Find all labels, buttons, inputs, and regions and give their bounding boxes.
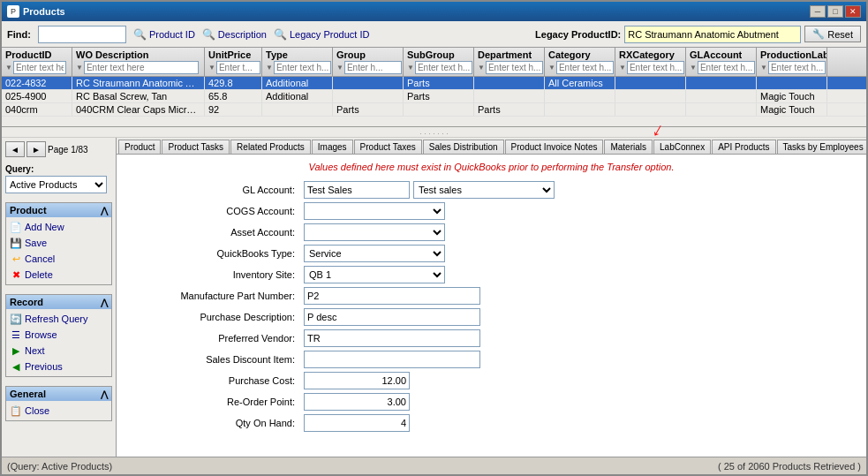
sidebar-item-refresh-query[interactable]: 🔄 Refresh Query	[10, 311, 108, 327]
sidebar-item-next[interactable]: ▶ Next	[10, 343, 108, 359]
filter-icon-glacc: ▼	[690, 64, 697, 72]
inventory-site-select[interactable]: QB 1 QB 2	[304, 266, 445, 283]
cell-wo: 040CRM Clear Caps Micro Size	[72, 103, 205, 116]
tab-product-tasks[interactable]: Product Tasks	[162, 140, 230, 154]
quickbooks-type-select[interactable]: Service Non-inventory Part Other Charge	[304, 245, 445, 262]
filter-cat[interactable]	[556, 61, 614, 74]
tab-product-invoice-notes[interactable]: Product Invoice Notes	[505, 140, 604, 154]
purchase-cost-input[interactable]	[304, 372, 410, 389]
query-label: Query:	[5, 164, 112, 174]
filter-dept[interactable]	[486, 61, 543, 74]
sidebar-item-browse[interactable]: ☰ Browse	[10, 327, 108, 343]
reorder-point-row	[304, 393, 859, 411]
title-controls: ─ □ ✕	[810, 5, 861, 18]
filter-prodlab[interactable]	[768, 61, 826, 74]
cell-unit: 65.8	[205, 90, 262, 102]
filter-icon-prodlab: ▼	[760, 64, 767, 72]
cogs-account-row	[304, 202, 859, 220]
refresh-icon: 🔄	[10, 313, 22, 325]
cell-productid: 025-4900	[2, 90, 72, 102]
close-button[interactable]: ✕	[845, 5, 861, 18]
tab-images[interactable]: Images	[312, 140, 353, 154]
quickbooks-type-row: Service Non-inventory Part Other Charge	[304, 245, 859, 262]
sidebar-group-product-header[interactable]: Product ⋀	[6, 203, 111, 217]
filter-rxcat[interactable]	[627, 61, 684, 74]
sidebar-group-general-header[interactable]: General ⋀	[6, 387, 111, 401]
toolbar: Find: 🔍 Product ID 🔍 Description 🔍 Legac…	[2, 21, 866, 48]
filter-icon-unit: ▼	[208, 64, 215, 72]
filter-glacc[interactable]	[698, 61, 755, 74]
sidebar-item-delete[interactable]: ✖ Delete	[10, 267, 108, 283]
cell-prodlab	[757, 77, 827, 89]
filter-icon-group: ▼	[336, 64, 343, 72]
filter-icon-subgroup: ▼	[407, 64, 414, 72]
product-id-button[interactable]: 🔍 Product ID	[133, 28, 195, 41]
gl-account-select[interactable]: Test sales	[413, 181, 555, 199]
maximize-button[interactable]: □	[827, 5, 843, 18]
reset-button[interactable]: 🔧 Reset	[804, 26, 861, 42]
table-row[interactable]: 025-4900 RC Basal Screw, Tan 65.8 Additi…	[2, 90, 866, 103]
manufacture-part-input[interactable]	[304, 287, 480, 305]
sidebar-item-close[interactable]: 📋 Close	[10, 403, 108, 419]
tab-related-products[interactable]: Related Products	[230, 140, 311, 154]
description-button[interactable]: 🔍 Description	[202, 28, 267, 41]
filter-wo[interactable]	[84, 61, 199, 74]
reorder-point-input[interactable]	[304, 393, 410, 411]
cell-cat: All Ceramics	[545, 77, 615, 89]
save-icon: 💾	[10, 237, 22, 249]
sidebar-item-save[interactable]: 💾 Save	[10, 235, 108, 251]
find-input[interactable]	[38, 26, 126, 43]
nav-prev-button[interactable]: ◄	[5, 141, 25, 157]
asset-account-select[interactable]	[304, 223, 445, 241]
sidebar-group-record-header[interactable]: Record ⋀	[6, 295, 111, 309]
legacy-label: Legacy ProductID:	[535, 29, 621, 40]
tab-tasks-by-employees[interactable]: Tasks by Employees	[777, 140, 866, 154]
inventory-site-row: QB 1 QB 2	[304, 266, 859, 283]
filter-productid[interactable]	[13, 61, 66, 74]
manufacture-part-row	[304, 287, 859, 305]
legacy-section: Legacy ProductID: 🔧 Reset	[535, 26, 861, 43]
tab-sales-distribution[interactable]: Sales Distribution	[423, 140, 504, 154]
tab-api-products[interactable]: API Products	[712, 140, 775, 154]
table-row[interactable]: 022-4832 RC Straumann Anatomic Abutment …	[2, 77, 866, 90]
tab-materials[interactable]: Materials	[604, 140, 653, 154]
filter-group[interactable]	[344, 61, 402, 74]
sales-discount-input[interactable]	[304, 351, 480, 368]
add-new-icon: 📄	[10, 221, 22, 233]
cogs-account-select[interactable]	[304, 202, 445, 220]
nav-next-button[interactable]: ►	[26, 141, 46, 157]
gl-account-input1[interactable]	[304, 181, 410, 199]
sidebar-group-product-body: 📄 Add New 💾 Save ↩ Cancel ✖ Delete	[6, 217, 111, 284]
filter-subgroup[interactable]	[415, 61, 472, 74]
sidebar-item-add-new[interactable]: 📄 Add New	[10, 219, 108, 235]
legacy-product-id-button[interactable]: 🔍 Legacy Product ID	[274, 28, 370, 41]
cell-unit: 92	[205, 103, 262, 116]
main-area: ◄ ► Page 1/83 Query: Active Products All…	[2, 138, 866, 457]
table-row[interactable]: 040crm 040CRM Clear Caps Micro Size 92 P…	[2, 103, 866, 117]
cancel-icon: ↩	[10, 253, 22, 265]
preferred-vendor-input[interactable]	[304, 329, 480, 347]
gl-account-row: Test sales	[304, 181, 859, 199]
filter-type[interactable]	[274, 61, 331, 74]
purchase-cost-row	[304, 372, 859, 389]
asset-account-row	[304, 223, 859, 241]
purchase-desc-input[interactable]	[304, 308, 480, 326]
sidebar-item-cancel[interactable]: ↩ Cancel	[10, 251, 108, 267]
grid-section: ProductID ▼ WO Description ▼ UnitPrice ▼	[2, 48, 866, 127]
tab-labconnex[interactable]: LabConnex	[653, 140, 711, 154]
window-icon: P	[7, 5, 19, 18]
col-productid: ProductID ▼	[2, 48, 72, 76]
tab-product-taxes[interactable]: Product Taxes	[354, 140, 422, 154]
qty-on-hand-input[interactable]	[304, 414, 410, 432]
query-select[interactable]: Active Products All Products	[5, 176, 107, 193]
next-icon: ▶	[10, 344, 22, 357]
filter-unit[interactable]	[216, 61, 260, 74]
sidebar-item-previous[interactable]: ◀ Previous	[10, 359, 108, 374]
cell-type: Additional	[262, 77, 333, 89]
legacy-input[interactable]	[624, 26, 801, 43]
tab-product[interactable]: Product	[118, 140, 161, 154]
cell-rxcat	[615, 77, 686, 89]
grid-header: ProductID ▼ WO Description ▼ UnitPrice ▼	[2, 48, 866, 77]
product-id-icon: 🔍	[133, 28, 147, 41]
minimize-button[interactable]: ─	[810, 5, 826, 18]
